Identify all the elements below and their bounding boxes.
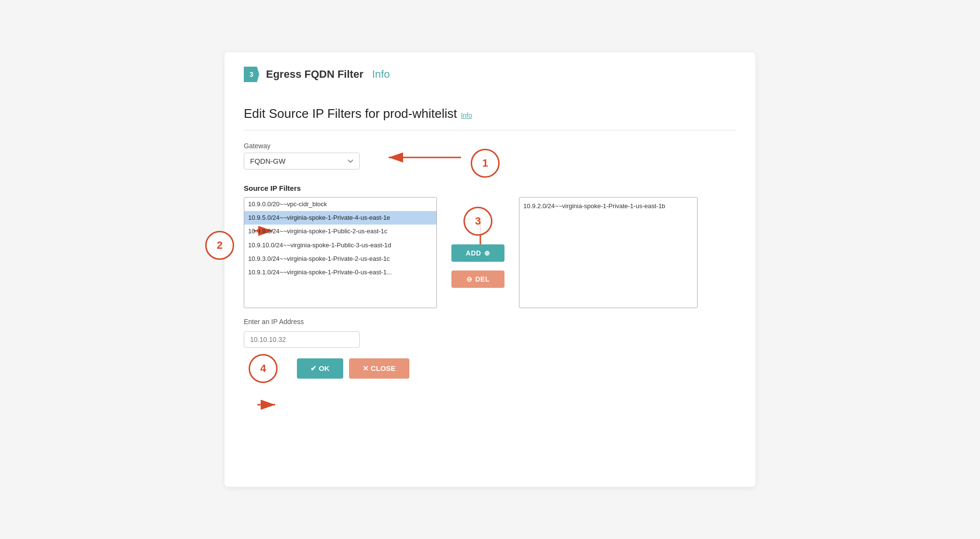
bottom-buttons: 4 ✔ OK ✕ CLOSE xyxy=(297,358,736,379)
enter-ip-label: Enter an IP Address xyxy=(244,318,736,326)
annotation-circle-1: 1 xyxy=(471,149,500,178)
annotation-circle-3: 3 xyxy=(463,207,492,236)
source-ip-left-list[interactable]: 10.9.0.0/20~~vpc-cidr_block 10.9.5.0/24~… xyxy=(244,197,437,308)
gateway-label: Gateway xyxy=(244,142,736,150)
add-icon: ⊕ xyxy=(484,249,490,257)
annotation-circle-4: 4 xyxy=(249,354,278,383)
del-button[interactable]: ⊖ DEL xyxy=(451,270,504,288)
list-item[interactable]: 10.9.1.0/24~~virginia-spoke-1-Private-0-… xyxy=(244,266,436,279)
page-title: Edit Source IP Filters for prod-whitelis… xyxy=(244,106,736,121)
step-badge: 3 xyxy=(244,67,259,82)
gateway-select[interactable]: FQDN-GW FQDN-GW-2 xyxy=(244,153,360,170)
header-title: Egress FQDN Filter xyxy=(266,68,364,81)
page-header: 3 Egress FQDN Filter Info xyxy=(244,67,736,82)
del-button-label: DEL xyxy=(476,275,490,283)
list-item[interactable]: 10.9.3.0/24~~virginia-spoke-1-Private-2-… xyxy=(244,252,436,266)
main-content: Edit Source IP Filters for prod-whitelis… xyxy=(244,106,736,379)
list-item[interactable]: 10.9.0.0/20~~vpc-cidr_block xyxy=(244,198,436,211)
filter-layout: 2 10.9.0.0/20~~vpc-cidr_block 10.9.5.0/2… xyxy=(244,197,736,308)
add-button-label: ADD xyxy=(466,249,481,257)
close-button-label: ✕ CLOSE xyxy=(363,364,396,373)
source-ip-label: Source IP Filters xyxy=(244,184,736,192)
middle-buttons: 3 ADD ⊕ ⊖ DEL xyxy=(451,197,504,288)
add-button[interactable]: ADD ⊕ xyxy=(451,244,504,262)
source-ip-section: Source IP Filters 2 10.9.0.0/20~~vpc-cid… xyxy=(244,184,736,308)
gateway-row: FQDN-GW FQDN-GW-2 1 xyxy=(244,153,736,170)
enter-ip-section: Enter an IP Address xyxy=(244,318,736,348)
ok-button-label: ✔ OK xyxy=(310,364,330,373)
annotation-circle-2: 2 xyxy=(205,231,234,260)
close-button[interactable]: ✕ CLOSE xyxy=(349,358,409,379)
header-info-link[interactable]: Info xyxy=(372,68,390,81)
list-item[interactable]: 10.9.9.0/24~~virginia-spoke-1-Public-2-u… xyxy=(244,225,436,238)
del-icon: ⊖ xyxy=(466,275,473,283)
list-item[interactable]: 10.9.10.0/24~~virginia-spoke-1-Public-3-… xyxy=(244,239,436,252)
source-ip-right-list[interactable]: 10.9.2.0/24~~virginia-spoke-1-Private-1-… xyxy=(519,197,698,308)
page-title-info-link[interactable]: Info xyxy=(461,112,472,119)
right-list-item[interactable]: 10.9.2.0/24~~virginia-spoke-1-Private-1-… xyxy=(523,201,693,211)
list-item[interactable]: 10.9.5.0/24~~virginia-spoke-1-Private-4-… xyxy=(244,211,436,225)
enter-ip-input[interactable] xyxy=(244,331,360,348)
section-divider xyxy=(244,130,736,130)
ok-button[interactable]: ✔ OK xyxy=(297,358,343,379)
